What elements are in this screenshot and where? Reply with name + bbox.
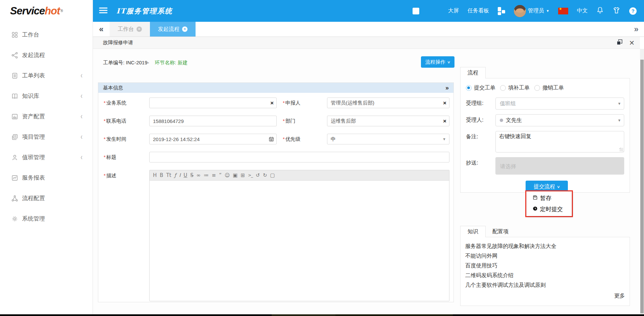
knowledge-link[interactable]: 二维码发码系统介绍: [465, 270, 625, 280]
tabs-scroll-right-icon[interactable]: »: [629, 22, 644, 37]
tab-config-items[interactable]: 配置项: [492, 226, 508, 237]
close-page-icon[interactable]: ✕: [629, 40, 635, 46]
editor-tool-heading-icon[interactable]: H: [153, 172, 157, 178]
radio-revoke-ticket[interactable]: 撤销工单: [534, 84, 564, 91]
occur-time-value: 2019-12-26 14:52:24: [153, 136, 200, 142]
submit-dropdown-menu: 暂存 定时提交: [526, 191, 572, 216]
radio-label: 填补工单: [508, 84, 530, 91]
editor-tool-bold-icon[interactable]: B: [160, 172, 163, 178]
screen-toggle-icon[interactable]: [413, 8, 419, 14]
reporter-input[interactable]: 管理员(运维售后部) ×: [327, 98, 449, 108]
process-actions-button[interactable]: 流程操作 ∨: [421, 56, 454, 68]
radio-submit-ticket[interactable]: 提交工单: [466, 84, 495, 91]
editor-tool-code-icon[interactable]: >_: [248, 173, 253, 178]
priority-select[interactable]: 中 ▼: [327, 134, 449, 144]
editor-tool-quote-icon[interactable]: “: [219, 172, 222, 178]
sidebar-item-asset-config[interactable]: 资产配置 ‹: [0, 106, 93, 127]
clear-input-icon[interactable]: ×: [443, 118, 446, 124]
accept-person-select[interactable]: 文先生 ▼: [495, 114, 624, 126]
help-icon[interactable]: ?: [629, 7, 637, 15]
tabs-scroll-left-icon[interactable]: «: [93, 22, 110, 37]
clear-input-icon[interactable]: ×: [270, 100, 274, 106]
editor-tool-undo-icon[interactable]: ↺: [256, 172, 260, 178]
editor-tool-image-icon[interactable]: ▣: [233, 172, 237, 178]
sidebar-item-ticket-list[interactable]: 工单列表 ‹: [0, 65, 93, 86]
stage-name-value: 新建: [178, 60, 188, 65]
scrollbar-thumb[interactable]: [640, 60, 644, 313]
description-label: *描述: [104, 170, 149, 179]
sidebar-item-project-mgmt[interactable]: 项目管理 ‹: [0, 127, 93, 147]
menu-item-timed-submit[interactable]: 定时提交: [527, 204, 572, 215]
knowledge-link[interactable]: 几个主要软件调试方法及调试原则: [465, 280, 625, 290]
title-input[interactable]: [149, 152, 449, 163]
editor-tool-italic-icon[interactable]: I: [179, 172, 180, 178]
process-panel: 提交工单 填补工单 撤销工单 受理组: 值班组 ▼ 受理人:: [460, 78, 630, 193]
department-input[interactable]: 运维售后部 ×: [327, 116, 449, 126]
theme-shirt-icon[interactable]: [612, 6, 621, 16]
collapse-section-icon[interactable]: »: [445, 84, 449, 91]
dashboard-icon: [11, 31, 18, 38]
editor-tool-emoji-icon[interactable]: ☺: [225, 172, 230, 178]
hamburger-menu-icon[interactable]: [99, 7, 108, 15]
knowledge-link[interactable]: 服务器常见故障的现象和解决方法大全: [465, 241, 625, 251]
registered-mark: ®: [61, 9, 63, 13]
user-menu[interactable]: 管理员 ▼: [514, 5, 549, 17]
sidebar-item-initiate-process[interactable]: 发起流程: [0, 45, 93, 65]
editor-tool-list-icon[interactable]: ≔: [204, 172, 209, 178]
page-titlebar: 故障报修申请 ✕: [93, 37, 640, 49]
apps-grid-icon[interactable]: [498, 7, 505, 15]
sidebar-menu: 工作台 发起流程 工单列表 ‹ 知识库 ‹ 资产配置 ‹: [0, 22, 93, 229]
brand-logo: Servicehot®: [0, 0, 93, 22]
editor-tool-strikethrough-icon[interactable]: S: [190, 172, 194, 178]
tab-knowledge[interactable]: 知识: [460, 226, 486, 237]
sidebar-item-system-mgmt[interactable]: 系统管理: [0, 208, 93, 229]
more-link[interactable]: 更多: [465, 293, 625, 300]
language-selector[interactable]: 中文: [577, 7, 588, 14]
editor-content-area[interactable]: [150, 181, 449, 301]
knowledge-link[interactable]: 百度使用技巧: [465, 261, 625, 270]
clear-input-icon[interactable]: ×: [443, 100, 446, 106]
phone-input[interactable]: 15881064729: [149, 116, 277, 126]
description-editor[interactable]: HBTtƒIUS∞≔≡“☺▣⊞>_↺↻▢: [149, 170, 449, 301]
stage-name-label: 环节名称:: [155, 60, 176, 65]
sidebar-item-label: 工单列表: [22, 72, 45, 79]
avatar[interactable]: [514, 5, 526, 17]
sidebar-item-process-config[interactable]: 流程配置: [0, 188, 93, 208]
sidebar-item-knowledge-base[interactable]: 知识库 ‹: [0, 86, 93, 106]
close-tab-icon[interactable]: ✕: [182, 26, 187, 32]
scrollbar-track[interactable]: [640, 49, 644, 316]
accept-group-select[interactable]: 值班组 ▼: [495, 98, 624, 110]
knowledge-link[interactable]: 不能访问外网: [465, 251, 625, 261]
menu-item-temp-save[interactable]: 暂存: [527, 193, 572, 204]
bell-icon[interactable]: [596, 6, 604, 16]
restore-window-icon[interactable]: [616, 39, 623, 47]
sidebar-item-workbench[interactable]: 工作台: [0, 24, 93, 45]
editor-tool-function-italic-icon[interactable]: ƒ: [174, 172, 176, 178]
occur-time-input[interactable]: 2019-12-26 14:52:24: [149, 134, 277, 144]
tab-workbench[interactable]: 工作台 ✕: [110, 22, 150, 37]
menu-item-label: 定时提交: [540, 205, 563, 213]
tab-initiate-process[interactable]: 发起流程 ✕: [150, 22, 196, 37]
editor-tool-table-icon[interactable]: ⊞: [241, 172, 245, 178]
sidebar-item-service-report[interactable]: 服务报表: [0, 168, 93, 188]
remark-textarea[interactable]: 右键快速回复: [495, 131, 624, 152]
editor-tool-text-height-icon[interactable]: Tt: [166, 172, 171, 178]
remark-label: 备注:: [466, 131, 495, 152]
tab-process[interactable]: 流程: [460, 67, 486, 78]
resize-handle[interactable]: [620, 148, 623, 151]
editor-tool-align-icon[interactable]: ≡: [212, 172, 216, 178]
reporter-label: *申报人: [277, 100, 327, 106]
editor-tool-redo-icon[interactable]: ↻: [263, 172, 267, 178]
radio-dot-icon: [500, 85, 506, 91]
knowledge-panel: 服务器常见故障的现象和解决方法大全 不能访问外网 百度使用技巧 二维码发码系统介…: [460, 237, 630, 306]
sidebar-item-duty-mgmt[interactable]: 值班管理 ‹: [0, 147, 93, 168]
editor-tool-link-icon[interactable]: ∞: [197, 172, 201, 178]
editor-tool-fullscreen-icon[interactable]: ▢: [270, 172, 275, 178]
editor-tool-underline-icon[interactable]: U: [183, 172, 187, 178]
big-screen-link[interactable]: 大屏: [448, 7, 459, 14]
close-tab-icon[interactable]: ✕: [137, 26, 142, 32]
business-system-input[interactable]: ×: [149, 98, 277, 108]
calendar-icon[interactable]: [269, 136, 274, 142]
radio-refill-ticket[interactable]: 填补工单: [500, 84, 530, 91]
task-board-link[interactable]: 任务看板: [468, 7, 489, 14]
